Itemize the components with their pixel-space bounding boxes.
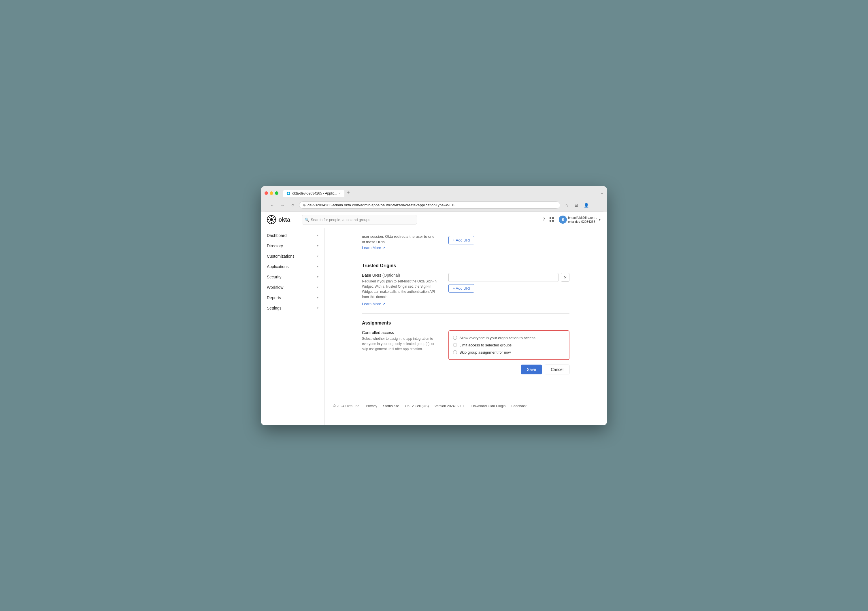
sidebar-label-workflow: Workflow [267,285,283,290]
content-inner: user session, Okta redirects the user to… [353,228,578,400]
help-icon[interactable]: ? [542,217,545,222]
sidebar-label-settings: Settings [267,306,282,310]
address-bar[interactable]: ⊕ dev-02034265-admin.okta.com/admin/apps… [299,202,560,209]
apps-grid-icon[interactable] [550,217,554,222]
footer-link-version: Version 2024.02.0 E [435,404,466,408]
footer-copyright: © 2024 Okta, Inc. [333,404,360,408]
sidebar-item-applications[interactable]: Applications ▾ [261,261,324,272]
radio-skip[interactable] [453,350,457,354]
radio-option-selected[interactable]: Limit access to selected groups [453,341,565,349]
user-org: okta-dev-02034265 [568,220,597,224]
active-tab[interactable]: okta-dev-02034265 - Applic... × [283,190,344,197]
app-footer: © 2024 Okta, Inc. Privacy Status site OK… [324,400,607,412]
chevron-down-icon: ▾ [317,306,318,310]
browser-titlebar: okta-dev-02034265 - Applic... × + ⌄ [265,189,603,197]
chevron-down-icon: ▾ [317,234,318,237]
sidebar-label-security: Security [267,274,282,279]
bookmark-button[interactable]: ☆ [563,201,570,209]
add-uri-button-2[interactable]: + Add URI [448,284,474,293]
chevron-down-icon: ▾ [317,265,318,268]
clear-base-uri-button[interactable]: ✕ [561,273,569,282]
partial-top-text: user session, Okta redirects the user to… [362,234,437,245]
base-uris-label: Base URIs (Optional) [362,273,437,278]
sidebar-item-security[interactable]: Security ▾ [261,272,324,282]
footer-link-feedback[interactable]: Feedback [511,404,527,408]
search-wrapper: 🔍 [302,215,417,225]
partial-top-section: user session, Okta redirects the user to… [362,234,569,256]
controlled-access-description: Select whether to assign the app integra… [362,336,437,352]
security-icon: ⊕ [303,203,306,207]
maximize-traffic-light[interactable] [275,191,278,195]
chevron-down-icon: ▾ [317,275,318,278]
radio-selected[interactable] [453,343,457,347]
svg-point-2 [270,218,273,221]
learn-more-link-2[interactable]: Learn More ↗ [362,302,385,306]
tab-bar: okta-dev-02034265 - Applic... × + [283,189,595,197]
learn-more-2-text: Learn More [362,302,381,306]
radio-selected-label: Limit access to selected groups [459,343,512,347]
footer-link-status[interactable]: Status site [383,404,399,408]
chevron-down-icon: ▾ [317,296,318,299]
sidebar-label-customizations: Customizations [267,254,294,259]
trusted-origins-header: Trusted Origins [362,263,569,268]
assignments-section: Assignments Controlled access Select whe… [362,321,569,381]
header-right: ? B bmanifold@firezon... okta-dev-020342… [542,216,601,224]
radio-option-everyone[interactable]: Allow everyone in your organization to a… [453,334,565,341]
sidebar-item-customizations[interactable]: Customizations ▾ [261,251,324,261]
sidebar-item-dashboard[interactable]: Dashboard ▾ [261,230,324,240]
assignments-header: Assignments [362,321,569,326]
content-area: user session, Okta redirects the user to… [324,228,607,425]
sidebar-item-directory[interactable]: Directory ▾ [261,240,324,251]
sidebar-item-reports[interactable]: Reports ▾ [261,293,324,303]
footer-link-privacy[interactable]: Privacy [366,404,377,408]
sidebar-label-dashboard: Dashboard [267,233,287,238]
profile-button[interactable]: 👤 [582,201,590,209]
tab-close-button[interactable]: × [339,192,341,195]
radio-everyone-label: Allow everyone in your organization to a… [459,336,535,340]
minimize-traffic-light[interactable] [270,191,273,195]
trusted-origins-section: Trusted Origins Base URIs (Optional) Req… [362,263,569,313]
radio-skip-label: Skip group assignment for now [459,350,511,355]
save-button[interactable]: Save [521,364,542,374]
cancel-button[interactable]: Cancel [545,364,569,374]
form-actions: Save Cancel [362,360,569,374]
footer-link-cell[interactable]: OK12 Cell (US) [405,404,429,408]
sidebar-label-reports: Reports [267,295,281,300]
base-uris-input[interactable] [448,273,558,282]
browser-actions: ☆ ⊟ 👤 ⋮ [563,201,600,209]
sidebar-toggle-button[interactable]: ⊟ [572,201,580,209]
new-tab-button[interactable]: + [344,189,352,197]
browser-chrome: okta-dev-02034265 - Applic... × + ⌄ ← → … [261,186,607,212]
search-input[interactable] [302,215,417,225]
external-link-icon-2: ↗ [382,302,385,306]
sidebar-label-directory: Directory [267,243,283,248]
back-button[interactable]: ← [268,201,276,209]
browser-window: okta-dev-02034265 - Applic... × + ⌄ ← → … [261,186,607,425]
okta-logo-icon [267,215,276,224]
browser-toolbar: ← → ↻ ⊕ dev-02034265-admin.okta.com/admi… [265,199,603,212]
sidebar-label-applications: Applications [267,264,289,269]
add-uri-button-1[interactable]: + Add URI [448,236,474,244]
footer-link-download[interactable]: Download Okta Plugin [471,404,506,408]
radio-everyone[interactable] [453,336,457,340]
traffic-lights [265,191,278,195]
radio-option-skip[interactable]: Skip group assignment for now [453,349,565,356]
controlled-access-row: Controlled access Select whether to assi… [362,330,569,360]
base-uris-optional: (Optional) [383,273,400,278]
chevron-down-icon: ▾ [317,244,318,247]
user-chevron-icon: ▼ [598,218,601,221]
menu-button[interactable]: ⋮ [592,201,600,209]
external-link-icon-1: ↗ [382,245,385,250]
refresh-button[interactable]: ↻ [289,201,297,209]
header-search-container: 🔍 [302,215,417,225]
forward-button[interactable]: → [278,201,287,209]
sidebar-item-settings[interactable]: Settings ▾ [261,303,324,313]
avatar: B [559,216,567,224]
close-traffic-light[interactable] [265,191,268,195]
sidebar-item-workflow[interactable]: Workflow ▾ [261,282,324,293]
user-name: bmanifold@firezon... [568,216,597,220]
user-menu[interactable]: B bmanifold@firezon... okta-dev-02034265… [559,216,601,224]
okta-logo: okta [267,215,290,224]
learn-more-link-1[interactable]: Learn More ↗ [362,245,385,250]
okta-logo-text: okta [278,216,290,223]
